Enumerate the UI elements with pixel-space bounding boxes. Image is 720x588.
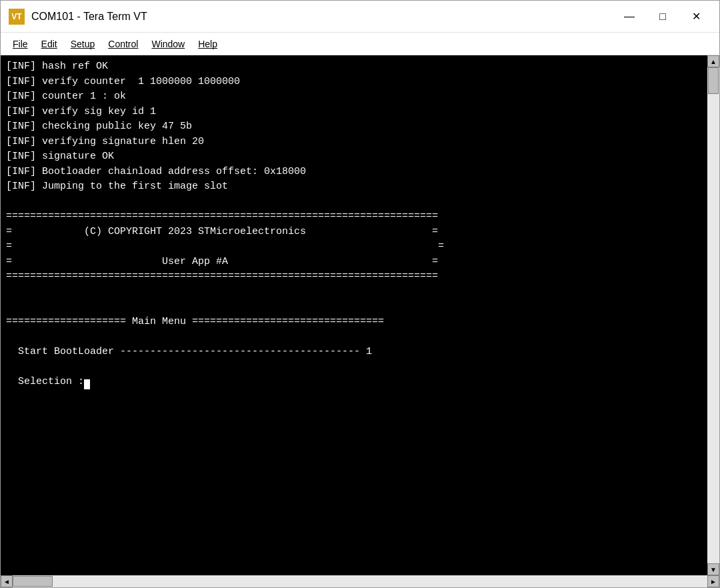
scroll-thumb-v[interactable]: [708, 67, 719, 94]
terminal-container: [INF] hash ref OK [INF] verify counter 1…: [1, 55, 719, 587]
app-icon: VT: [9, 9, 25, 25]
title-bar: VT COM101 - Tera Term VT — □ ✕: [1, 1, 719, 33]
scroll-thumb-h[interactable]: [13, 576, 53, 587]
window-title: COM101 - Tera Term VT: [31, 11, 147, 23]
menu-edit[interactable]: Edit: [35, 36, 64, 52]
maximize-button[interactable]: □: [647, 6, 678, 27]
scroll-right-button[interactable]: ►: [707, 575, 719, 587]
scroll-track-v[interactable]: [707, 67, 719, 563]
horizontal-scrollbar[interactable]: ◄ ►: [1, 575, 719, 587]
scroll-up-button[interactable]: ▲: [707, 55, 719, 67]
close-button[interactable]: ✕: [681, 6, 711, 27]
minimize-button[interactable]: —: [614, 6, 645, 27]
terminal-row: [INF] hash ref OK [INF] verify counter 1…: [1, 55, 719, 575]
title-bar-left: VT COM101 - Tera Term VT: [9, 9, 147, 25]
scroll-track-h[interactable]: [13, 575, 707, 587]
menu-window[interactable]: Window: [145, 36, 191, 52]
main-window: VT COM101 - Tera Term VT — □ ✕ File Edit…: [0, 0, 720, 588]
window-controls: — □ ✕: [614, 6, 711, 27]
scroll-down-button[interactable]: ▼: [707, 563, 719, 575]
terminal-output[interactable]: [INF] hash ref OK [INF] verify counter 1…: [1, 55, 707, 575]
menu-bar: File Edit Setup Control Window Help: [1, 33, 719, 55]
terminal-cursor: [84, 379, 90, 389]
menu-help[interactable]: Help: [191, 36, 224, 52]
vertical-scrollbar[interactable]: ▲ ▼: [707, 55, 719, 575]
scroll-left-button[interactable]: ◄: [1, 575, 13, 587]
menu-control[interactable]: Control: [101, 36, 145, 52]
menu-setup[interactable]: Setup: [64, 36, 102, 52]
menu-file[interactable]: File: [6, 36, 35, 52]
